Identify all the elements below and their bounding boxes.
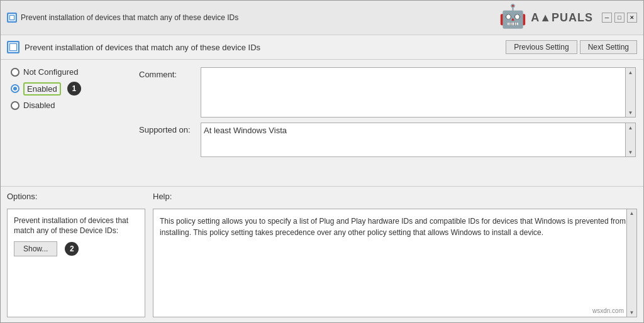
disabled-label: Disabled	[23, 101, 55, 110]
left-panel: Not Configured Enabled 1 Disabled	[1, 60, 139, 186]
header-row: Prevent installation of devices that mat…	[1, 35, 643, 60]
options-title: Options:	[7, 192, 145, 201]
enabled-option[interactable]: Enabled 1	[11, 82, 129, 96]
disabled-radio[interactable]	[11, 101, 19, 110]
help-panel: Help: This policy setting allows you to …	[153, 192, 637, 318]
radio-group: Not Configured Enabled 1 Disabled	[11, 67, 129, 110]
title-bar: Prevent installation of devices that mat…	[1, 1, 643, 35]
main-window: Prevent installation of devices that mat…	[0, 0, 644, 323]
options-panel: Options: Prevent installation of devices…	[7, 192, 145, 318]
not-configured-option[interactable]: Not Configured	[11, 67, 129, 77]
previous-setting-button[interactable]: Previous Setting	[506, 40, 577, 54]
help-title: Help:	[153, 192, 637, 201]
supported-label: Supported on:	[139, 123, 196, 134]
supported-value-box: At least Windows Vista ▲ ▼	[201, 123, 636, 157]
svg-rect-3	[10, 44, 16, 50]
close-button[interactable]: ✕	[627, 13, 637, 23]
options-description: Prevent installation of devices that mat…	[14, 216, 138, 237]
radio-dot	[13, 87, 17, 90]
header-title: Prevent installation of devices that mat…	[25, 43, 260, 52]
appuals-logo: A▲PUALS	[531, 11, 593, 25]
not-configured-radio[interactable]	[11, 68, 19, 77]
options-box: Prevent installation of devices that mat…	[7, 209, 145, 318]
supported-scrollbar[interactable]: ▲ ▼	[625, 123, 635, 156]
comment-scrollbar[interactable]: ▲ ▼	[625, 68, 635, 117]
next-setting-button[interactable]: Next Setting	[580, 40, 637, 54]
enabled-radio[interactable]	[11, 84, 19, 93]
supported-scroll-up[interactable]: ▲	[628, 124, 634, 131]
supported-value: At least Windows Vista	[204, 126, 287, 135]
appuals-robot-icon: 🤖	[499, 3, 527, 30]
maximize-button[interactable]: □	[614, 13, 625, 23]
scroll-up-arrow[interactable]: ▲	[628, 69, 634, 75]
supported-scroll-down[interactable]: ▼	[628, 149, 634, 155]
minimize-button[interactable]: ─	[602, 13, 612, 23]
enabled-label: Enabled	[23, 82, 61, 96]
help-box: This policy setting allows you to specif…	[153, 209, 637, 318]
not-configured-label: Not Configured	[23, 67, 78, 77]
header-left: Prevent installation of devices that mat…	[7, 41, 260, 53]
comment-row: Comment: ▲ ▼	[139, 67, 636, 118]
title-bar-left: Prevent installation of devices that mat…	[7, 13, 238, 23]
help-scroll-up[interactable]: ▲	[629, 211, 635, 217]
window-title: Prevent installation of devices that mat…	[21, 13, 238, 22]
svg-rect-1	[10, 16, 14, 19]
window-icon	[7, 13, 17, 23]
title-bar-right: 🤖 A▲PUALS ─ □ ✕	[499, 4, 637, 31]
window-controls: ─ □ ✕	[602, 13, 637, 23]
comment-label: Comment:	[139, 67, 196, 79]
header-icon	[7, 41, 19, 53]
show-button-row: Show... 2	[14, 241, 138, 256]
badge-2: 2	[65, 242, 79, 256]
comment-textarea[interactable]: ▲ ▼	[201, 67, 636, 118]
help-text: This policy setting allows you to specif…	[160, 216, 630, 238]
show-button[interactable]: Show...	[14, 241, 57, 256]
help-scrollbar[interactable]: ▲ ▼	[626, 209, 636, 317]
badge-1: 1	[67, 82, 81, 96]
content-area: Not Configured Enabled 1 Disabled	[1, 60, 643, 186]
supported-row: Supported on: At least Windows Vista ▲ ▼	[139, 123, 636, 157]
bottom-section: Options: Prevent installation of devices…	[1, 186, 643, 323]
help-scroll-down[interactable]: ▼	[629, 309, 635, 315]
watermark: wsxdn.com	[592, 307, 624, 314]
disabled-option[interactable]: Disabled	[11, 101, 129, 110]
header-buttons: Previous Setting Next Setting	[506, 40, 637, 54]
right-panel: Comment: ▲ ▼ Supported on: At least Wind…	[139, 60, 643, 186]
scroll-down-arrow[interactable]: ▼	[628, 109, 634, 116]
